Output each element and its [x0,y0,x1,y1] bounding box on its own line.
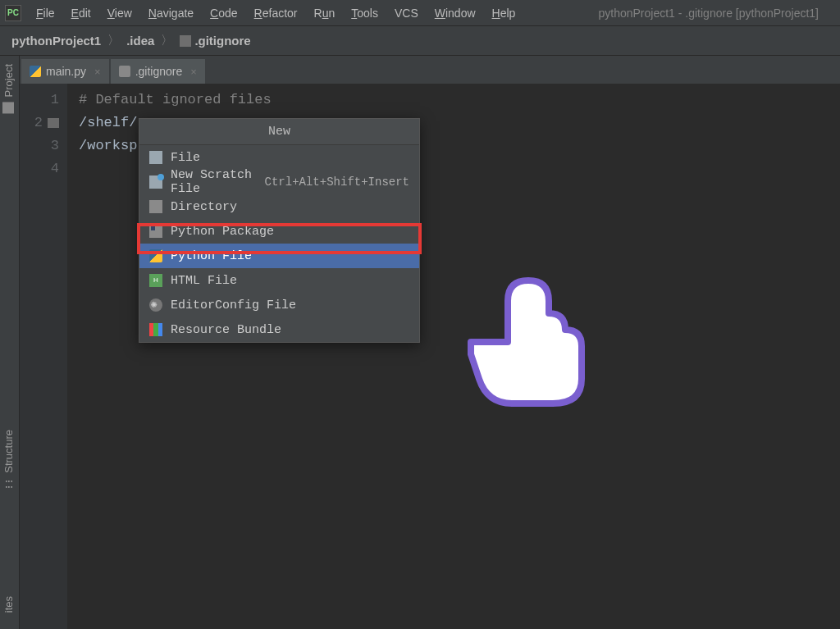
tab-label: .gitignore [135,65,183,78]
menu-item-label: New Scratch File [171,168,257,196]
menu-item-editorconfig[interactable]: EditorConfig File [139,293,419,317]
scratch-file-icon [149,175,162,189]
python-icon [30,66,41,77]
menu-label: dit [79,7,91,20]
menu-label: ode [218,7,237,20]
left-toolbar: Project ⫶⫶ Structure ites [0,56,20,629]
menu-navigate[interactable]: Navigate [140,3,202,23]
line-number: 2 [34,112,43,134]
menu-edit[interactable]: Edit [63,3,99,23]
line-number: 4 [51,157,59,180]
python-icon [149,249,162,262]
breadcrumb-folder[interactable]: .idea [126,34,154,48]
main-menu-bar: PC File Edit View Navigate Code Refactor… [0,0,840,26]
resource-bundle-icon [149,323,162,336]
line-number: 1 [51,89,59,112]
menu-label: avigate [157,7,194,20]
chevron-right-icon: 〉 [107,33,120,48]
menu-tools[interactable]: Tools [343,3,386,23]
menu-item-html[interactable]: H HTML File [139,268,419,293]
menu-help[interactable]: Help [484,3,524,23]
menu-refactor[interactable]: Refactor [246,3,306,23]
context-menu-title: New [139,119,419,145]
tab-mainpy[interactable]: main.py × [21,59,109,84]
tool-label: Structure [2,430,15,473]
breadcrumb-project[interactable]: pythonProject1 [11,34,101,48]
file-icon [149,151,162,164]
tab-gitignore[interactable]: .gitignore × [111,59,205,84]
line-number: 3 [51,134,59,157]
gear-icon [149,299,162,312]
menu-item-label: HTML File [171,274,237,288]
app-icon: PC [5,5,21,21]
chevron-right-icon: 〉 [161,33,173,48]
menu-item-package[interactable]: Python Package [139,219,419,244]
menu-view[interactable]: View [99,3,140,23]
structure-icon: ⫶⫶ [2,478,15,490]
menu-item-file[interactable]: File [139,145,419,170]
menu-item-label: Python Package [171,225,274,239]
menu-label: n [328,7,335,20]
package-icon [149,225,162,238]
window-title: pythonProject1 - .gitignore [pythonProje… [599,7,836,20]
menu-run[interactable]: Run [306,3,344,23]
menu-item-label: File [171,151,200,165]
menu-label: elp [500,7,516,20]
workspace: Project ⫶⫶ Structure ites main.py × .git… [0,56,840,629]
menu-item-label: Python File [171,249,252,263]
tab-label: main.py [46,65,86,78]
shortcut-label: Ctrl+Alt+Shift+Insert [265,175,409,189]
tool-label: Project [2,64,15,97]
editor-tabs: main.py × .gitignore × [20,56,840,84]
tool-structure[interactable]: ⫶⫶ Structure [0,422,17,498]
tool-label: ites [2,596,15,613]
menu-item-directory[interactable]: Directory [139,194,419,219]
pointing-hand-icon [463,264,594,412]
code-line: # Default ignored files [79,89,272,112]
menu-file[interactable]: File [28,3,63,23]
menu-vcs[interactable]: VCS [386,3,427,23]
breadcrumb: pythonProject1 〉 .idea 〉 .gitignore [0,26,840,56]
menu-item-scratch[interactable]: New Scratch File Ctrl+Alt+Shift+Insert [139,170,419,194]
code-editor[interactable]: 1 2 3 4 # Default ignored files /shelf/ … [20,84,840,629]
menu-item-label: EditorConfig File [171,299,296,312]
folder-icon [3,102,15,113]
editor-area: main.py × .gitignore × 1 2 3 4 # Default… [20,56,840,629]
gutter: 1 2 3 4 [20,84,67,629]
menu-item-python-file[interactable]: Python File [139,244,419,268]
file-icon [119,66,130,77]
menu-label: ools [357,7,378,20]
menu-window[interactable]: Window [427,3,484,23]
close-icon[interactable]: × [94,66,101,78]
context-menu-new: New File New Scratch File Ctrl+Alt+Shift… [139,118,420,343]
menu-label: ile [43,7,55,20]
folder-icon [149,200,162,213]
menu-label: iew [115,7,132,20]
folder-icon [48,118,59,128]
breadcrumb-file[interactable]: .gitignore [194,34,250,48]
tool-favorites[interactable]: ites [0,588,17,621]
menu-code[interactable]: Code [202,3,245,23]
menu-label: efactor [262,7,298,20]
menu-item-label: Resource Bundle [171,323,281,337]
file-icon [180,35,191,47]
menu-item-label: Directory [171,200,237,214]
menu-item-resource[interactable]: Resource Bundle [139,317,419,342]
html-icon: H [149,274,162,287]
close-icon[interactable]: × [190,66,197,78]
menu-label: indow [445,7,476,20]
tool-project[interactable]: Project [0,56,17,121]
